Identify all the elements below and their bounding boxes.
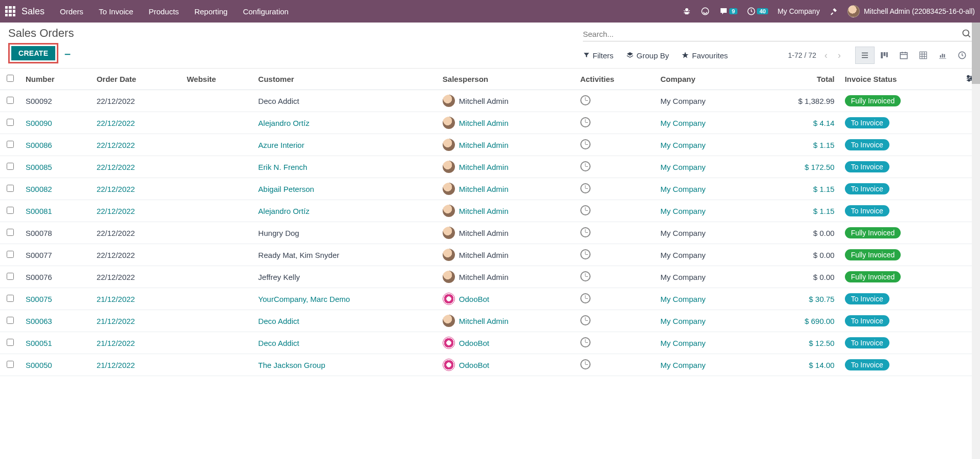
cell-salesperson[interactable]: Mitchell Admin <box>438 266 575 288</box>
table-row[interactable]: S00075 21/12/2022 YourCompany, Marc Demo… <box>0 288 980 310</box>
col-website[interactable]: Website <box>182 69 253 90</box>
cell-salesperson[interactable]: Mitchell Admin <box>438 90 575 112</box>
row-checkbox[interactable] <box>7 361 14 368</box>
view-kanban[interactable] <box>875 47 894 64</box>
nav-orders[interactable]: Orders <box>60 7 83 16</box>
col-customer[interactable]: Customer <box>253 69 438 90</box>
cell-company[interactable]: My Company <box>655 354 755 376</box>
view-calendar[interactable] <box>894 47 913 64</box>
cell-salesperson[interactable]: Mitchell Admin <box>438 134 575 156</box>
cell-company[interactable]: My Company <box>655 244 755 266</box>
cell-salesperson[interactable]: Mitchell Admin <box>438 222 575 244</box>
table-row[interactable]: S00078 22/12/2022 Hungry Dog Mitchell Ad… <box>0 222 980 244</box>
import-icon[interactable] <box>63 48 72 58</box>
cell-number[interactable]: S00063 <box>20 310 92 332</box>
col-company[interactable]: Company <box>655 69 755 90</box>
tools-icon[interactable] <box>829 7 838 16</box>
cell-company[interactable]: My Company <box>655 112 755 134</box>
support-icon[interactable] <box>701 7 710 16</box>
cell-company[interactable]: My Company <box>655 178 755 200</box>
cell-number[interactable]: S00086 <box>20 134 92 156</box>
pager-prev[interactable]: ‹ <box>822 50 830 61</box>
row-checkbox[interactable] <box>7 119 14 126</box>
nav-reporting[interactable]: Reporting <box>194 7 228 16</box>
favourites-button[interactable]: Favourites <box>681 51 728 60</box>
cell-customer[interactable]: Hungry Dog <box>253 222 438 244</box>
cell-salesperson[interactable]: Mitchell Admin <box>438 178 575 200</box>
cell-number[interactable]: S00076 <box>20 266 92 288</box>
cell-number[interactable]: S00050 <box>20 354 92 376</box>
cell-salesperson[interactable]: Mitchell Admin <box>438 244 575 266</box>
cell-activities[interactable] <box>575 112 656 134</box>
table-row[interactable]: S00082 22/12/2022 Abigail Peterson Mitch… <box>0 178 980 200</box>
cell-activities[interactable] <box>575 90 656 112</box>
table-row[interactable]: S00085 22/12/2022 Erik N. French Mitchel… <box>0 156 980 178</box>
cell-customer[interactable]: Azure Interior <box>253 134 438 156</box>
brand[interactable]: Sales <box>21 6 45 17</box>
filters-button[interactable]: Filters <box>583 51 614 60</box>
row-checkbox[interactable] <box>7 141 14 148</box>
view-activity[interactable] <box>952 47 972 64</box>
table-row[interactable]: S00086 22/12/2022 Azure Interior Mitchel… <box>0 134 980 156</box>
table-row[interactable]: S00063 21/12/2022 Deco Addict Mitchell A… <box>0 310 980 332</box>
cell-number[interactable]: S00092 <box>20 90 92 112</box>
row-checkbox[interactable] <box>7 97 14 104</box>
cell-salesperson[interactable]: OdooBot <box>438 332 575 354</box>
row-checkbox[interactable] <box>7 251 14 258</box>
cell-company[interactable]: My Company <box>655 200 755 222</box>
cell-company[interactable]: My Company <box>655 222 755 244</box>
cell-salesperson[interactable]: OdooBot <box>438 354 575 376</box>
cell-number[interactable]: S00051 <box>20 332 92 354</box>
cell-customer[interactable]: Deco Addict <box>253 90 438 112</box>
view-list[interactable] <box>855 47 875 64</box>
row-checkbox[interactable] <box>7 317 14 324</box>
cell-salesperson[interactable]: OdooBot <box>438 288 575 310</box>
cell-salesperson[interactable]: Mitchell Admin <box>438 112 575 134</box>
activities-icon[interactable]: 40 <box>747 7 768 16</box>
cell-customer[interactable]: Abigail Peterson <box>253 178 438 200</box>
pager-text[interactable]: 1-72 / 72 <box>788 51 816 59</box>
apps-icon[interactable] <box>5 6 15 16</box>
table-row[interactable]: S00090 22/12/2022 Alejandro Ortíz Mitche… <box>0 112 980 134</box>
cell-activities[interactable] <box>575 178 656 200</box>
cell-customer[interactable]: Jeffrey Kelly <box>253 266 438 288</box>
cell-number[interactable]: S00077 <box>20 244 92 266</box>
cell-salesperson[interactable]: Mitchell Admin <box>438 310 575 332</box>
cell-company[interactable]: My Company <box>655 332 755 354</box>
cell-company[interactable]: My Company <box>655 134 755 156</box>
cell-activities[interactable] <box>575 222 656 244</box>
table-row[interactable]: S00092 22/12/2022 Deco Addict Mitchell A… <box>0 90 980 112</box>
table-row[interactable]: S00076 22/12/2022 Jeffrey Kelly Mitchell… <box>0 266 980 288</box>
cell-number[interactable]: S00078 <box>20 222 92 244</box>
cell-number[interactable]: S00085 <box>20 156 92 178</box>
cell-activities[interactable] <box>575 134 656 156</box>
cell-customer[interactable]: Alejandro Ortíz <box>253 112 438 134</box>
cell-activities[interactable] <box>575 310 656 332</box>
cell-activities[interactable] <box>575 288 656 310</box>
cell-company[interactable]: My Company <box>655 90 755 112</box>
cell-number[interactable]: S00082 <box>20 178 92 200</box>
search-input[interactable] <box>583 30 962 38</box>
cell-activities[interactable] <box>575 354 656 376</box>
row-checkbox[interactable] <box>7 207 14 214</box>
scrollbar[interactable] <box>972 23 980 455</box>
cell-activities[interactable] <box>575 266 656 288</box>
cell-activities[interactable] <box>575 332 656 354</box>
row-checkbox[interactable] <box>7 229 14 236</box>
cell-customer[interactable]: Erik N. French <box>253 156 438 178</box>
col-salesperson[interactable]: Salesperson <box>438 69 575 90</box>
cell-salesperson[interactable]: Mitchell Admin <box>438 156 575 178</box>
cell-company[interactable]: My Company <box>655 310 755 332</box>
table-row[interactable]: S00077 22/12/2022 Ready Mat, Kim Snyder … <box>0 244 980 266</box>
nav-products[interactable]: Products <box>148 7 179 16</box>
table-row[interactable]: S00081 22/12/2022 Alejandro Ortíz Mitche… <box>0 200 980 222</box>
search-icon[interactable] <box>962 29 972 39</box>
cell-number[interactable]: S00081 <box>20 200 92 222</box>
row-checkbox[interactable] <box>7 273 14 280</box>
cell-customer[interactable]: Deco Addict <box>253 332 438 354</box>
col-number[interactable]: Number <box>20 69 92 90</box>
cell-number[interactable]: S00075 <box>20 288 92 310</box>
create-button[interactable]: CREATE <box>11 46 55 60</box>
row-checkbox[interactable] <box>7 339 14 346</box>
row-checkbox[interactable] <box>7 185 14 192</box>
